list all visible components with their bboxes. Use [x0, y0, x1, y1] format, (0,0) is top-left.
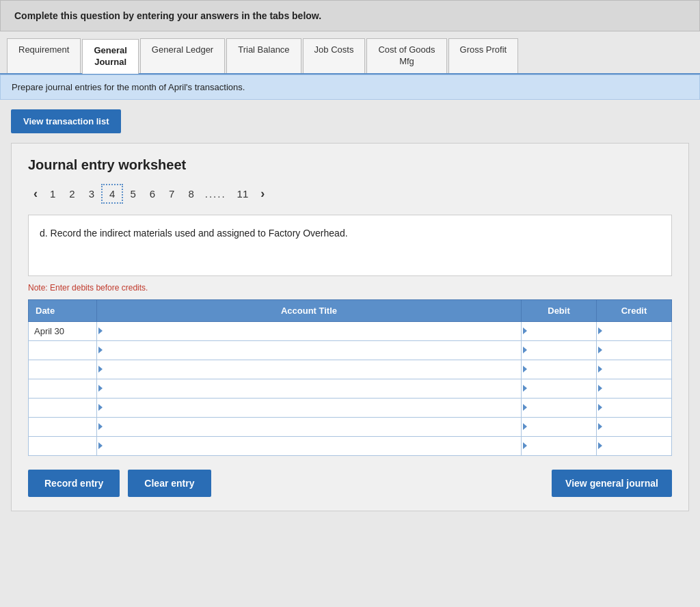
page-ellipsis: .....: [201, 185, 230, 202]
page-7-button[interactable]: 7: [162, 185, 181, 202]
account-cell-6[interactable]: [97, 417, 522, 436]
debit-cell-1[interactable]: [522, 321, 597, 340]
page-2-button[interactable]: 2: [62, 185, 81, 202]
debit-cell-7[interactable]: [522, 436, 597, 455]
debit-input-7[interactable]: [522, 437, 596, 455]
page-4-button[interactable]: 4: [101, 184, 123, 204]
page-11-button[interactable]: 11: [230, 185, 256, 202]
account-cell-1[interactable]: [97, 321, 522, 340]
account-input-4[interactable]: [97, 379, 521, 398]
account-input-6[interactable]: [97, 418, 521, 436]
debit-cell-6[interactable]: [522, 417, 597, 436]
triangle-icon-2: [98, 347, 103, 353]
account-input-7[interactable]: [97, 437, 521, 455]
tab-cost-of-goods[interactable]: Cost of GoodsMfg: [366, 38, 446, 73]
triangle-icon-d1: [523, 327, 527, 334]
triangle-icon-3: [98, 366, 103, 373]
triangle-icon-c1: [598, 327, 602, 334]
triangle-icon-c2: [598, 347, 602, 353]
account-cell-3[interactable]: [97, 360, 522, 379]
worksheet-title: Journal entry worksheet: [28, 157, 672, 173]
description-text: d. Record the indirect materials used an…: [40, 228, 348, 239]
triangle-icon-5: [98, 404, 103, 411]
page-8-button[interactable]: 8: [181, 185, 200, 202]
account-cell-2[interactable]: [97, 340, 522, 360]
account-cell-5[interactable]: [97, 398, 522, 417]
debit-cell-4[interactable]: [522, 379, 597, 398]
triangle-icon-d4: [523, 385, 527, 392]
note-text: Note: Enter debits before credits.: [28, 283, 672, 293]
credit-input-4[interactable]: [597, 379, 671, 398]
debit-input-1[interactable]: [522, 322, 596, 340]
account-input-1[interactable]: [97, 322, 521, 340]
tab-general-ledger[interactable]: General Ledger: [140, 38, 225, 73]
credit-input-7[interactable]: [597, 437, 671, 455]
debit-input-2[interactable]: [522, 341, 596, 360]
info-bar: Prepare journal entries for the month of…: [0, 75, 700, 100]
page-6-button[interactable]: 6: [143, 185, 162, 202]
credit-input-5[interactable]: [597, 399, 671, 417]
credit-cell-5[interactable]: [597, 398, 672, 417]
account-input-3[interactable]: [97, 360, 521, 379]
page-3-button[interactable]: 3: [82, 185, 101, 202]
date-cell-2: [29, 340, 97, 360]
credit-cell-1[interactable]: [597, 321, 672, 340]
credit-cell-6[interactable]: [597, 417, 672, 436]
debit-cell-3[interactable]: [522, 360, 597, 379]
credit-cell-7[interactable]: [597, 436, 672, 455]
view-transaction-button[interactable]: View transaction list: [11, 109, 121, 133]
prev-page-button[interactable]: ‹: [28, 184, 43, 204]
account-input-5[interactable]: [97, 399, 521, 417]
date-cell-6: [29, 417, 97, 436]
account-cell-7[interactable]: [97, 436, 522, 455]
pagination: ‹ 1 2 3 4 5 6 7 8 ..... 11 ›: [28, 184, 672, 204]
tab-gross-profit[interactable]: Gross Profit: [448, 38, 519, 73]
credit-input-2[interactable]: [597, 341, 671, 360]
credit-cell-4[interactable]: [597, 379, 672, 398]
instruction-text: Complete this question by entering your …: [14, 10, 321, 21]
debit-cell-2[interactable]: [522, 340, 597, 360]
triangle-icon-c3: [598, 366, 602, 373]
view-general-journal-button[interactable]: View general journal: [552, 470, 672, 497]
page-1-button[interactable]: 1: [43, 185, 62, 202]
triangle-icon-c6: [598, 423, 602, 430]
instruction-bar: Complete this question by entering your …: [0, 0, 700, 31]
account-input-2[interactable]: [97, 341, 521, 360]
next-page-button[interactable]: ›: [255, 184, 270, 204]
debit-input-6[interactable]: [522, 418, 596, 436]
page-5-button[interactable]: 5: [123, 185, 142, 202]
tabs-container: Requirement GeneralJournal General Ledge…: [0, 38, 700, 75]
date-cell-3: [29, 360, 97, 379]
tab-job-costs[interactable]: Job Costs: [303, 38, 366, 73]
record-entry-button[interactable]: Record entry: [28, 470, 120, 497]
credit-input-1[interactable]: [597, 322, 671, 340]
table-row: [29, 417, 672, 436]
credit-input-3[interactable]: [597, 360, 671, 379]
credit-cell-2[interactable]: [597, 340, 672, 360]
clear-entry-button[interactable]: Clear entry: [128, 470, 211, 497]
triangle-icon-c4: [598, 385, 602, 392]
worksheet-container: Journal entry worksheet ‹ 1 2 3 4 5 6 7 …: [11, 143, 689, 511]
credit-cell-3[interactable]: [597, 360, 672, 379]
account-cell-4[interactable]: [97, 379, 522, 398]
tab-trial-balance[interactable]: Trial Balance: [226, 38, 301, 73]
table-row: April 30: [29, 321, 672, 340]
tab-requirement[interactable]: Requirement: [7, 38, 81, 73]
debit-cell-5[interactable]: [522, 398, 597, 417]
account-title-header: Account Title: [97, 299, 522, 321]
debit-input-4[interactable]: [522, 379, 596, 398]
triangle-icon-c5: [598, 404, 602, 411]
debit-input-3[interactable]: [522, 360, 596, 379]
date-cell-1: April 30: [29, 321, 97, 340]
view-btn-container: View transaction list: [0, 100, 700, 143]
table-row: [29, 436, 672, 455]
debit-header: Debit: [522, 299, 597, 321]
triangle-icon-d7: [523, 442, 527, 449]
tab-general-journal[interactable]: GeneralJournal: [82, 39, 138, 74]
triangle-icon-4: [98, 385, 103, 392]
credit-input-6[interactable]: [597, 418, 671, 436]
table-row: [29, 379, 672, 398]
triangle-icon-d3: [523, 366, 527, 373]
debit-input-5[interactable]: [522, 399, 596, 417]
triangle-icon-7: [98, 442, 103, 449]
